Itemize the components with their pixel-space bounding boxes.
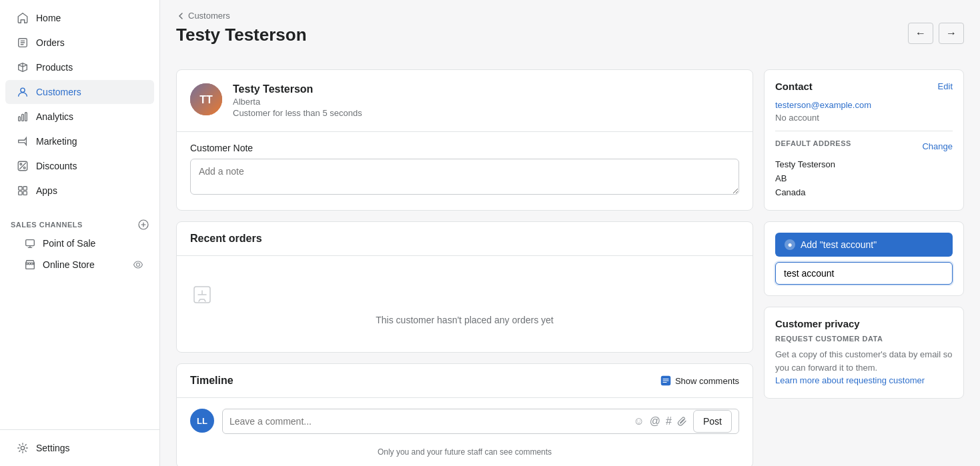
online-store-visibility-icon[interactable] (133, 259, 143, 270)
sidebar-item-apps[interactable]: Apps (5, 179, 154, 203)
marketing-icon (16, 135, 29, 148)
show-comments-toggle[interactable]: Show comments (660, 375, 739, 386)
customers-icon (16, 85, 29, 99)
next-customer-button[interactable]: → (939, 23, 964, 44)
contact-card: Contact Edit testerson@example.com No ac… (764, 69, 964, 211)
sidebar-item-home-label: Home (36, 13, 61, 23)
comment-toolbar: ☺ @ # (633, 415, 688, 427)
customer-privacy-card: Customer privacy REQUEST CUSTOMER DATA G… (764, 307, 964, 399)
user-avatar: LL (190, 409, 214, 433)
comment-footer: Only you and your future staff can see c… (177, 445, 753, 466)
sidebar-item-discounts-label: Discounts (36, 161, 77, 171)
svg-rect-3 (22, 114, 24, 121)
sidebar-item-products-label: Products (36, 62, 73, 73)
recent-orders-header: Recent orders (177, 222, 753, 256)
sidebar-item-orders-label: Orders (36, 37, 65, 48)
home-icon (16, 11, 29, 25)
add-tag-label: Add "test account" (801, 239, 877, 250)
contact-divider (775, 131, 953, 131)
svg-point-6 (23, 167, 25, 169)
recent-orders-title: Recent orders (190, 233, 739, 245)
main-content: Customers Testy Testerson ← → (160, 0, 980, 466)
sidebar: Home Orders Products Customers Analytics (0, 0, 160, 466)
contact-account-status: No account (775, 113, 953, 123)
apps-icon (16, 184, 29, 197)
customer-profile: TT Testy Testerson Alberta Customer for … (190, 83, 739, 118)
sidebar-bottom: Settings (0, 429, 159, 466)
privacy-learn-more-link[interactable]: Learn more about requesting customer (775, 375, 925, 385)
emoji-icon[interactable]: ☺ (633, 415, 644, 427)
sidebar-item-settings[interactable]: Settings (5, 436, 154, 460)
timeline-card: Timeline Show comments LL ☺ @ # (176, 363, 753, 466)
attachment-icon[interactable] (677, 416, 688, 427)
sidebar-item-marketing[interactable]: Marketing (5, 129, 154, 153)
avatar: TT (190, 83, 222, 115)
sidebar-item-settings-label: Settings (36, 443, 70, 453)
contact-edit-link[interactable]: Edit (938, 81, 953, 91)
page-header: Testy Testerson ← → (160, 21, 980, 56)
svg-rect-10 (19, 191, 22, 195)
comment-input-wrap: ☺ @ # Post (222, 409, 739, 434)
svg-point-5 (20, 163, 22, 165)
breadcrumb[interactable]: Customers (176, 11, 964, 21)
products-icon (16, 61, 29, 74)
sidebar-item-pos-label: Point of Sale (43, 238, 95, 249)
sales-channels-label: SALES CHANNELS (11, 221, 83, 229)
svg-point-14 (137, 263, 140, 267)
pagination-nav: ← → (908, 23, 964, 44)
svg-point-15 (21, 446, 24, 449)
prev-customer-button[interactable]: ← (908, 23, 933, 44)
sidebar-item-products[interactable]: Products (5, 55, 154, 79)
content-right: Contact Edit testerson@example.com No ac… (764, 69, 964, 453)
address-name: Testy Testerson (775, 158, 953, 172)
sales-channels-section: SALES CHANNELS (0, 209, 159, 233)
svg-rect-13 (26, 240, 35, 246)
default-address-label: DEFAULT ADDRESS (775, 139, 851, 147)
sidebar-item-analytics[interactable]: Analytics (5, 105, 154, 129)
sidebar-item-customers-label: Customers (36, 87, 81, 97)
svg-point-1 (21, 88, 25, 92)
sidebar-item-online-store-label: Online Store (43, 259, 95, 270)
sidebar-item-analytics-label: Analytics (36, 111, 73, 122)
sidebar-item-apps-label: Apps (36, 185, 57, 196)
hashtag-icon[interactable]: # (666, 415, 672, 427)
request-data-label: REQUEST CUSTOMER DATA (775, 335, 953, 343)
customer-privacy-title: Customer privacy (775, 318, 953, 329)
recent-orders-card: Recent orders This customer hasn't place… (176, 221, 753, 353)
timeline-header: Timeline Show comments (177, 364, 753, 398)
customer-name: Testy Testerson (233, 83, 362, 95)
change-address-link[interactable]: Change (922, 141, 953, 151)
breadcrumb-area: Customers (160, 0, 980, 21)
sidebar-item-marketing-label: Marketing (36, 136, 77, 147)
sidebar-item-online-store[interactable]: Online Store (5, 255, 154, 275)
sidebar-item-point-of-sale[interactable]: Point of Sale (5, 233, 154, 253)
page-title: Testy Testerson (176, 25, 307, 45)
tags-card: ● Add "test account" (764, 221, 964, 296)
contact-email[interactable]: testerson@example.com (775, 100, 953, 110)
sidebar-item-home[interactable]: Home (5, 6, 154, 30)
svg-text:TT: TT (199, 94, 213, 105)
svg-rect-8 (19, 187, 22, 190)
address-state: AB (775, 172, 953, 186)
comment-input[interactable] (229, 409, 633, 433)
customer-since: Customer for less than 5 seconds (233, 108, 362, 118)
discounts-icon (16, 159, 29, 173)
customer-note-input[interactable] (190, 159, 739, 195)
sidebar-item-orders[interactable]: Orders (5, 31, 154, 55)
privacy-description: Get a copy of this customer's data by em… (775, 348, 953, 387)
pos-icon (24, 237, 36, 249)
customer-profile-card: TT Testy Testerson Alberta Customer for … (176, 69, 753, 211)
timeline-title: Timeline (190, 375, 233, 387)
mention-icon[interactable]: @ (650, 415, 660, 427)
tags-container: ● Add "test account" (775, 233, 953, 285)
sidebar-item-customers[interactable]: Customers (5, 80, 154, 104)
sidebar-item-discounts[interactable]: Discounts (5, 154, 154, 178)
add-tag-button[interactable]: ● Add "test account" (775, 233, 953, 257)
add-channel-icon[interactable] (138, 219, 149, 230)
tag-search-input[interactable] (775, 262, 953, 285)
store-icon (24, 259, 36, 271)
empty-orders-icon (190, 283, 739, 307)
empty-orders: This customer hasn't placed any orders y… (177, 256, 753, 352)
comment-area: LL ☺ @ # Post (177, 398, 753, 445)
post-comment-button[interactable]: Post (693, 410, 732, 433)
